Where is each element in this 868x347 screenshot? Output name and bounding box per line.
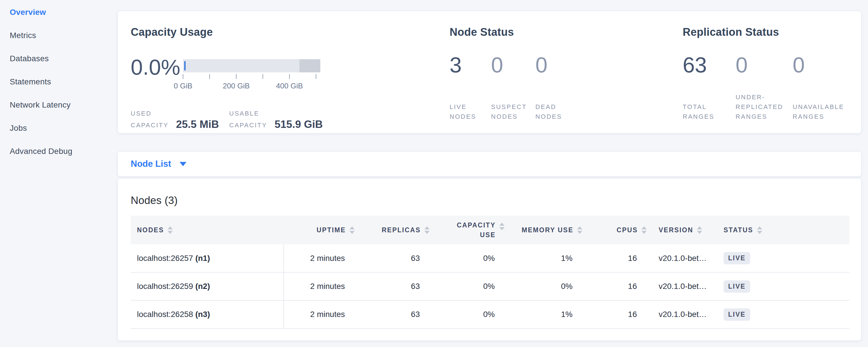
column-header-label: STATUS [723,226,753,234]
status-cell: LIVE [718,272,849,301]
node-address: localhost:26259 [137,282,195,291]
sidebar-item-jobs[interactable]: Jobs [10,117,117,139]
capacity-usage-section: Capacity Usage 0.0% 0 GiB200 GiB400 GiB … [131,11,445,133]
sidebar-item-advanced-debug[interactable]: Advanced Debug [10,139,117,163]
capacity-usage-title: Capacity Usage [131,26,213,38]
node-id: (n1) [195,254,210,263]
axis-tick-label: 0 GiB [174,82,192,90]
column-header-cpus[interactable]: CPUS [583,216,647,244]
metric: 0UNDER-REPLICATEDRANGES [736,54,783,122]
metric-value: 0 [535,54,570,76]
column-header-status[interactable]: STATUS [718,216,849,244]
axis-tick [209,74,210,79]
metric: 0DEADNODES [535,54,570,122]
column-header-uptime[interactable]: UPTIME [284,216,355,244]
node-cell: localhost:26257 (n1) [131,244,284,272]
metric-label: DEADNODES [535,102,570,122]
node-link[interactable]: localhost:26258 (n3) [137,310,210,319]
capacity-used-percent: 0.0% [131,56,180,78]
node-address: localhost:26258 [137,310,195,319]
node-status-title: Node Status [450,26,514,38]
sort-icon [642,226,647,234]
nodes-table: NODESUPTIMEREPLICASCAPACITYUSEMEMORY USE… [131,216,849,329]
column-header-replicas[interactable]: REPLICAS [355,216,430,244]
replication-status-metrics: 63TOTALRANGES0UNDER-REPLICATEDRANGES0UNA… [683,54,847,122]
metric-value: 3 [450,54,483,76]
replicas-cell: 63 [355,301,430,328]
sort-down-arrow [697,231,702,234]
capacity-stat: USABLECAPACITY515.9 GiB [229,108,323,131]
capacity-stats: USEDCAPACITY25.5 MiBUSABLECAPACITY515.9 … [131,108,323,131]
sort-up-arrow [757,226,762,229]
uptime-cell: 2 minutes [284,272,355,301]
column-header-content: NODES [137,226,173,234]
uptime-cell: 2 minutes [284,244,355,272]
sort-icon [167,226,173,234]
sort-icon [425,226,430,234]
column-header-label: NODES [137,226,164,234]
sidebar: OverviewMetricsDatabasesStatementsNetwor… [0,0,117,163]
sort-icon [349,226,354,234]
memory-use-cell: 0% [505,272,583,301]
column-header-memory-use[interactable]: MEMORY USE [505,216,583,244]
sidebar-item-overview[interactable]: Overview [10,1,117,24]
sort-up-arrow [642,226,647,229]
sort-down-arrow [167,231,173,234]
sidebar-item-metrics[interactable]: Metrics [10,24,117,47]
axis-tick [262,74,263,79]
replicas-cell: 63 [355,244,430,272]
column-header-nodes[interactable]: NODES [131,216,284,244]
column-header-content: VERSION [659,226,702,234]
metric: 0UNAVAILABLERANGES [793,54,847,122]
node-id: (n2) [195,282,210,291]
column-header-capacity-use[interactable]: CAPACITYUSE [430,216,505,244]
node-link[interactable]: localhost:26259 (n2) [137,282,210,291]
capacity-stat-label: USEDCAPACITY [131,108,168,131]
axis-tick [236,74,237,79]
axis-tick-label: 200 GiB [223,82,250,90]
column-header-label: MEMORY USE [522,226,574,234]
capacity-stat-value: 25.5 MiB [176,119,219,130]
capacity-bar-used-segment [184,61,186,70]
node-cell: localhost:26259 (n2) [131,272,284,301]
metric-label: LIVENODES [450,102,483,122]
sort-up-arrow [349,226,354,229]
sidebar-item-databases[interactable]: Databases [10,47,117,70]
sort-up-arrow [697,226,702,229]
replicas-cell: 63 [355,272,430,301]
metric-label: SUSPECTNODES [491,102,527,122]
capacity-use-cell: 0% [430,272,505,301]
sort-down-arrow [642,231,647,234]
status-badge: LIVE [723,308,750,321]
sort-up-arrow [167,226,173,229]
node-list-dropdown[interactable]: Node List [131,159,186,169]
status-badge: LIVE [723,252,750,264]
status-cell: LIVE [718,244,849,272]
sort-down-arrow [499,227,504,230]
column-header-version[interactable]: VERSION [647,216,718,244]
node-link[interactable]: localhost:26257 (n1) [137,254,210,263]
sidebar-item-statements[interactable]: Statements [10,70,117,93]
column-header-label: UPTIME [317,226,346,234]
sidebar-item-network-latency[interactable]: Network Latency [10,93,117,117]
sort-up-arrow [425,226,430,229]
metric: 3LIVENODES [450,54,483,122]
metric-value: 0 [736,54,783,76]
table-row: localhost:26257 (n1)2 minutes630%1%16v20… [131,244,849,272]
chevron-down-icon [180,162,186,166]
axis-tick [183,74,183,79]
column-header-content: MEMORY USE [522,226,582,234]
metric-label: TOTALRANGES [683,102,726,122]
table-row: localhost:26259 (n2)2 minutes630%0%16v20… [131,272,849,301]
version-cell: v20.1.0-bet… [647,272,718,301]
sort-down-arrow [425,231,430,234]
replication-status-title: Replication Status [683,26,779,38]
column-header-content: STATUS [723,226,762,234]
sort-down-arrow [349,231,354,234]
metric-label: UNAVAILABLERANGES [793,102,847,122]
node-id: (n3) [195,310,210,319]
nodes-table-body: localhost:26257 (n1)2 minutes630%1%16v20… [131,244,849,328]
metric-value: 63 [683,54,726,76]
metric-value: 0 [491,54,527,76]
column-header-label: CAPACITYUSE [457,220,496,240]
